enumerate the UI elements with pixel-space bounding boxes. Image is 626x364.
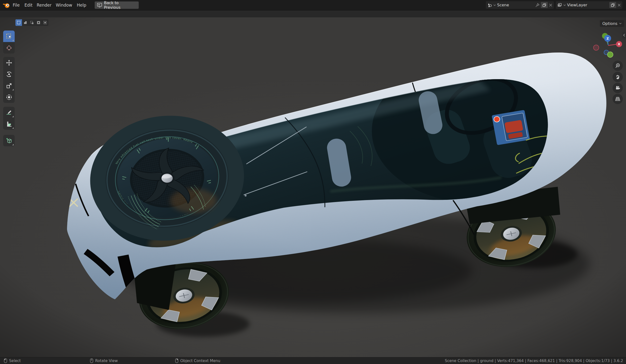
options-button[interactable]: Options (600, 20, 624, 27)
scale-icon (6, 83, 12, 89)
back-screen-icon (97, 3, 102, 7)
viewlayer-selector[interactable]: ViewLayer (556, 1, 622, 9)
select-intersect-icon (43, 21, 47, 24)
unlink-scene-icon[interactable] (549, 3, 552, 7)
toolbar-group-add (3, 135, 15, 146)
gizmo-z-label: Z (606, 37, 609, 40)
menu-file[interactable]: File (13, 0, 20, 10)
back-to-previous-button[interactable]: Back to Previous (95, 1, 139, 9)
statusbar-hint-context-menu: Object Context Menu (175, 357, 220, 364)
tool-add-cube[interactable] (3, 135, 15, 146)
select-mode-intersect[interactable] (42, 19, 48, 26)
tool-cursor[interactable] (3, 42, 15, 54)
tool-transform[interactable] (3, 91, 15, 103)
pan-view-button[interactable] (613, 72, 623, 82)
move-icon (6, 60, 12, 66)
toolbar-group-annotate (3, 107, 15, 130)
options-label: Options (602, 21, 618, 26)
magnifier-plus-icon (615, 63, 620, 68)
blender-logo-icon[interactable] (3, 2, 10, 8)
select-subtract-icon (30, 21, 34, 24)
new-scene-button[interactable] (541, 2, 548, 8)
statusbar-hint-rotate: Rotate View (90, 357, 118, 364)
ortho-grid-icon (615, 97, 620, 101)
viewlayer-icon (557, 3, 562, 8)
tool-measure[interactable] (3, 118, 15, 130)
tool-scale[interactable] (3, 80, 15, 91)
gizmo-axis-x-negative[interactable] (593, 45, 599, 51)
select-mode-subtract[interactable] (29, 19, 35, 26)
rotate-icon (6, 71, 12, 77)
tool-move[interactable] (3, 57, 15, 68)
menu-window[interactable]: Window (56, 0, 72, 10)
select-invert-icon (37, 21, 40, 24)
select-box-icon (6, 33, 12, 39)
select-set-icon (17, 21, 21, 24)
tool-rotate[interactable] (3, 68, 15, 80)
topbar: File Edit Render Window Help Back to Pre… (0, 0, 626, 10)
duplicate-icon (542, 3, 546, 7)
duplicate-icon (611, 3, 615, 7)
camera-icon (615, 86, 620, 90)
annotate-pen-icon (6, 109, 12, 116)
back-to-previous-label: Back to Previous (104, 0, 136, 10)
pin-icon[interactable] (535, 3, 540, 7)
chevron-down-icon (493, 4, 496, 6)
menu-render[interactable]: Render (37, 0, 52, 10)
statusbar-hint-select: Select (4, 357, 21, 364)
left-mouse-icon (4, 358, 7, 363)
middle-mouse-icon (90, 358, 93, 363)
chevron-down-icon (563, 4, 566, 6)
select-extend-icon (24, 21, 27, 24)
3d-cursor-icon (6, 45, 12, 51)
select-mode-set[interactable] (15, 19, 22, 26)
right-mouse-icon (175, 358, 178, 363)
scene-statistics: Scene Collection | ground | Verts:471,36… (445, 357, 623, 364)
statusbar: Select Rotate View Object Context Menu S… (0, 357, 626, 364)
menu-help[interactable]: Help (77, 0, 86, 10)
gizmo-axis-x-positive[interactable]: X (616, 41, 622, 47)
scene-selector[interactable]: Scene (486, 1, 554, 9)
tool-select-box[interactable] (3, 31, 15, 42)
viewlayer-name: ViewLayer (567, 3, 608, 7)
measure-icon (6, 121, 12, 127)
camera-view-button[interactable] (613, 83, 623, 93)
scene-name: Scene (497, 3, 534, 7)
viewport-header (0, 10, 626, 17)
orthographic-toggle-button[interactable] (613, 94, 623, 104)
select-mode-buttons (15, 19, 48, 26)
gizmo-axis-z-positive[interactable]: Z (604, 35, 611, 42)
toy-package (492, 110, 530, 145)
viewport-canvas[interactable]: Very advanced fuel cell tech under this … (0, 17, 626, 357)
new-viewlayer-button[interactable] (609, 2, 616, 8)
select-mode-extend[interactable] (22, 19, 29, 26)
select-mode-invert[interactable] (35, 19, 42, 26)
toolbar-group-transform (3, 57, 15, 103)
chevron-down-icon (619, 23, 622, 24)
blender-window: { "topbar": { "menus": ["File", "Edit", … (0, 0, 626, 364)
transform-icon (6, 94, 12, 100)
tool-annotate[interactable] (3, 107, 15, 118)
menu-edit[interactable]: Edit (24, 0, 33, 10)
scene-icon (487, 3, 492, 8)
toolbar-group-select (3, 31, 15, 54)
gizmo-axis-y-negative[interactable] (607, 52, 613, 58)
zoom-view-button[interactable] (613, 61, 623, 71)
hand-icon (615, 74, 620, 79)
add-cube-icon (6, 137, 12, 144)
gizmo-x-label: X (618, 42, 620, 46)
remove-viewlayer-icon[interactable] (618, 3, 621, 7)
